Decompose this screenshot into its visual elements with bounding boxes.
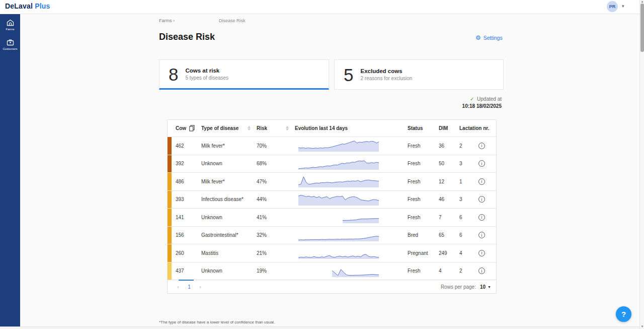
info-icon[interactable]: i [478, 250, 485, 256]
sort-icon[interactable] [286, 126, 289, 130]
table-row[interactable]: 393Infectious disease*44%Fresh463i [168, 190, 496, 209]
col-status: Status [408, 125, 423, 131]
dim-cell: 36 [439, 143, 459, 149]
disease-cell: Milk fever* [201, 179, 257, 184]
evolution-sparkline [298, 156, 379, 170]
info-icon[interactable]: i [478, 232, 485, 238]
col-dim: DIM [439, 125, 448, 131]
disease-cell: Milk fever* [201, 143, 257, 149]
updated-at: ✓ Updated at 10:18 18/02/2025 [403, 96, 502, 109]
evolution-cell [295, 138, 408, 153]
status-cell: Pregnant [408, 250, 439, 256]
check-icon: ✓ [470, 96, 474, 102]
logo-accent: Plus [35, 2, 50, 10]
sidebar-item-customers[interactable]: Customers [0, 34, 20, 53]
pagination-bar: ‹ 1 › Rows per page: 10 ▼ [168, 280, 496, 293]
risk-cell: 21% [257, 250, 295, 256]
scroll-up-icon[interactable]: ▲ [640, 0, 644, 3]
table-header-row: Cow Type of disease Risk Evolution last … [168, 120, 496, 137]
status-cell: Fresh [408, 215, 439, 220]
disease-cell: Mastitis [201, 250, 257, 256]
rows-per-page-label: Rows per page: [441, 284, 476, 290]
cow-id-cell: 462 [168, 143, 201, 149]
evolution-cell [295, 156, 408, 171]
evolution-sparkline [298, 210, 379, 224]
dim-cell: 4 [439, 268, 459, 274]
card-excluded-cows[interactable]: 5 Excluded cows 2 reasons for exclusion [334, 59, 504, 90]
scrollbar-thumb[interactable] [640, 4, 644, 52]
page-title: Disease Risk [159, 32, 215, 42]
copy-icon[interactable] [189, 125, 195, 131]
risk-cell: 44% [257, 196, 295, 202]
updated-timestamp: 10:18 18/02/2025 [403, 103, 502, 109]
risk-cell: 68% [257, 161, 295, 166]
status-cell: Bred [408, 232, 439, 238]
user-menu-caret-icon[interactable]: ▾ [622, 4, 624, 9]
cow-id-cell: 141 [168, 215, 201, 220]
evolution-cell [295, 245, 408, 260]
sort-icon[interactable] [248, 126, 251, 130]
info-icon[interactable]: i [478, 178, 485, 185]
card-cows-at-risk[interactable]: 8 Cows at risk 5 types of diseases [159, 59, 329, 90]
help-button[interactable]: ? [616, 306, 631, 322]
status-cell: Fresh [408, 179, 439, 184]
risk-level-bar [168, 137, 172, 155]
prev-page-button[interactable]: ‹ [173, 284, 184, 290]
lactation-cell: 4 [459, 250, 475, 256]
disease-cell: Unknown [201, 215, 257, 220]
horizontal-scrollbar[interactable] [0, 326, 639, 329]
table-row[interactable]: 260Mastitis21%Pregnant2494i [168, 244, 496, 262]
app-canvas: DeLaval Plus PR ▾ Farms Customers Farms … [0, 0, 644, 329]
evolution-cell [295, 174, 408, 189]
table-row[interactable]: 141Unknown41%Fresh76i [168, 208, 496, 226]
status-cell: Fresh [408, 143, 439, 149]
evolution-sparkline [298, 192, 379, 206]
disease-risk-table: Cow Type of disease Risk Evolution last … [167, 119, 497, 294]
settings-label: Settings [484, 35, 503, 41]
rows-per-page-select[interactable]: 10 ▼ [480, 284, 491, 290]
cows-at-risk-count: 8 [169, 65, 178, 83]
risk-level-bar [168, 227, 172, 244]
disease-footnote: *The type of disease have a lower level … [159, 320, 275, 324]
breadcrumb-farms[interactable]: Farms [159, 18, 172, 23]
risk-cell: 32% [257, 232, 295, 238]
status-cell: Fresh [408, 268, 439, 274]
table-row[interactable]: 437Unknown19%Fresh42i [168, 262, 496, 280]
table-row[interactable]: 156Gastrointestinal*32%Bred656i [168, 226, 496, 244]
lactation-cell: 6 [459, 232, 475, 238]
gear-icon: ⚙ [475, 35, 481, 41]
sidebar-item-farms[interactable]: Farms [0, 14, 20, 34]
dim-cell: 65 [439, 232, 459, 238]
sidebar-item-label: Farms [6, 28, 15, 31]
dim-cell: 7 [439, 215, 459, 220]
risk-cell: 47% [257, 179, 295, 184]
table-row[interactable]: 392Unknown68%Fresh503i [168, 155, 496, 173]
dim-cell: 249 [439, 250, 459, 256]
page-number-1[interactable]: 1 [184, 284, 195, 290]
info-icon[interactable]: i [478, 196, 485, 203]
sidebar: Farms Customers [0, 14, 20, 326]
col-evolution: Evolution last 14 days [295, 125, 348, 131]
rows-per-page-value: 10 [480, 284, 486, 290]
lactation-cell: 2 [459, 268, 475, 274]
scroll-down-icon[interactable]: ▼ [640, 325, 644, 328]
delaval-plus-logo: DeLaval Plus [5, 2, 50, 10]
table-row[interactable]: 462Milk fever*70%Fresh362i [168, 137, 496, 155]
info-icon[interactable]: i [478, 143, 485, 149]
user-avatar[interactable]: PR [607, 1, 618, 12]
risk-level-bar [168, 209, 172, 226]
settings-button[interactable]: ⚙ Settings [475, 35, 503, 41]
barn-icon [7, 19, 14, 26]
vertical-scrollbar[interactable]: ▲ ▼ [639, 0, 644, 329]
lactation-cell: 1 [459, 179, 475, 184]
info-icon[interactable]: i [478, 160, 485, 167]
active-page-indicator [179, 280, 194, 281]
risk-cell: 41% [257, 215, 295, 220]
col-lactation: Lactation nr. [459, 125, 489, 131]
cow-id-cell: 437 [168, 268, 201, 274]
info-icon[interactable]: i [478, 214, 485, 221]
table-row[interactable]: 486Milk fever*47%Fresh121i [168, 172, 496, 190]
info-icon[interactable]: i [478, 268, 485, 274]
next-page-button[interactable]: › [195, 284, 206, 290]
col-risk: Risk [257, 125, 267, 131]
